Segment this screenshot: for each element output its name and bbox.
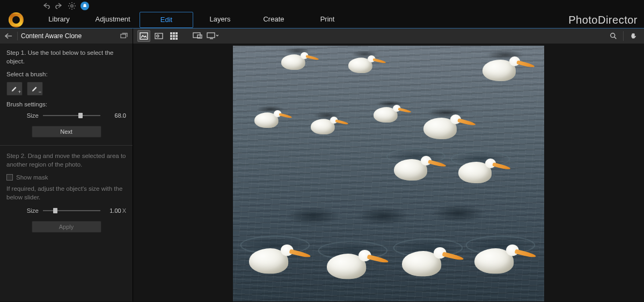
- main-tabs: Library Adjustment Edit Layers Create Pr…: [32, 12, 354, 28]
- tab-library[interactable]: Library: [32, 12, 86, 28]
- view-single-icon[interactable]: [137, 30, 150, 42]
- svg-rect-10: [175, 35, 178, 37]
- panel-body: Step 1. Use the tool below to select the…: [0, 44, 133, 246]
- svg-rect-12: [173, 38, 175, 40]
- viewport[interactable]: [133, 44, 644, 301]
- svg-rect-5: [170, 32, 172, 34]
- show-mask-checkbox[interactable]: [6, 174, 13, 181]
- divider: [17, 32, 18, 40]
- notification-icon[interactable]: [80, 2, 89, 10]
- scale-label: Size: [6, 207, 39, 214]
- show-mask-row[interactable]: Show mask: [6, 174, 126, 181]
- next-button[interactable]: Next: [32, 126, 101, 138]
- pan-hand-icon[interactable]: [627, 30, 640, 42]
- panel-title: Content Aware Clone: [21, 32, 82, 40]
- svg-rect-16: [207, 33, 215, 38]
- view-toolbar: [133, 28, 644, 44]
- photo-canvas[interactable]: [233, 46, 544, 301]
- app-brand: PhotoDirector: [568, 14, 638, 26]
- zoom-icon[interactable]: [607, 30, 620, 42]
- show-mask-label: Show mask: [16, 174, 48, 181]
- top-nav: Library Adjustment Edit Layers Create Pr…: [0, 12, 644, 28]
- panel-header: Content Aware Clone: [0, 28, 133, 44]
- canvas-area: [133, 28, 644, 301]
- tab-layers[interactable]: Layers: [193, 12, 247, 28]
- svg-rect-2: [140, 33, 148, 39]
- svg-point-4: [157, 35, 159, 37]
- svg-rect-8: [170, 35, 172, 37]
- svg-rect-13: [175, 38, 178, 40]
- svg-rect-9: [173, 35, 175, 37]
- size-slider[interactable]: [43, 112, 100, 119]
- tab-create[interactable]: Create: [247, 12, 301, 28]
- view-compare-icon[interactable]: [152, 30, 165, 42]
- scale-slider-row: Size 1.00X: [6, 207, 126, 214]
- undo-icon[interactable]: [42, 2, 50, 10]
- back-button[interactable]: [3, 31, 14, 41]
- redo-icon[interactable]: [55, 2, 63, 10]
- svg-point-17: [611, 33, 615, 38]
- tab-edit[interactable]: Edit: [140, 12, 193, 28]
- svg-rect-7: [175, 32, 178, 34]
- tab-print[interactable]: Print: [301, 12, 354, 28]
- step1-text: Step 1. Use the tool below to select the…: [6, 49, 126, 66]
- select-brush-label: Select a brush:: [6, 71, 126, 77]
- size-label: Size: [6, 112, 39, 119]
- brush-subtract[interactable]: −: [27, 82, 43, 96]
- step2-text: Step 2. Drag and move the selected area …: [6, 152, 126, 169]
- panel-separator: [0, 145, 133, 146]
- scale-value: 1.00X: [105, 207, 126, 214]
- popout-icon[interactable]: [119, 31, 129, 41]
- view-grid-icon[interactable]: [167, 30, 180, 42]
- main-area: Content Aware Clone Step 1. Use the tool…: [0, 28, 644, 301]
- size-slider-row: Size 68.0: [6, 112, 126, 119]
- size-value: 68.0: [105, 112, 126, 119]
- app-logo: [0, 12, 32, 27]
- scale-slider[interactable]: [43, 207, 100, 214]
- svg-rect-6: [173, 32, 175, 34]
- toolbar-sep: [623, 31, 624, 41]
- tab-adjustment[interactable]: Adjustment: [86, 12, 140, 28]
- screen-dropdown-icon[interactable]: [206, 30, 219, 42]
- svg-rect-11: [170, 38, 172, 40]
- tool-panel: Content Aware Clone Step 1. Use the tool…: [0, 28, 133, 301]
- screen-main-icon[interactable]: [191, 30, 204, 42]
- apply-button[interactable]: Apply: [32, 221, 101, 233]
- nav-divider: [0, 28, 644, 28]
- svg-rect-1: [121, 34, 126, 38]
- titlebar: [0, 0, 644, 12]
- brush-add[interactable]: +: [6, 82, 23, 96]
- brush-settings-label: Brush settings:: [6, 101, 126, 107]
- adjust-text: If required, adjust the object's size wi…: [6, 185, 126, 202]
- brush-row: + −: [6, 82, 126, 96]
- settings-icon[interactable]: [68, 2, 76, 10]
- svg-point-0: [71, 5, 73, 7]
